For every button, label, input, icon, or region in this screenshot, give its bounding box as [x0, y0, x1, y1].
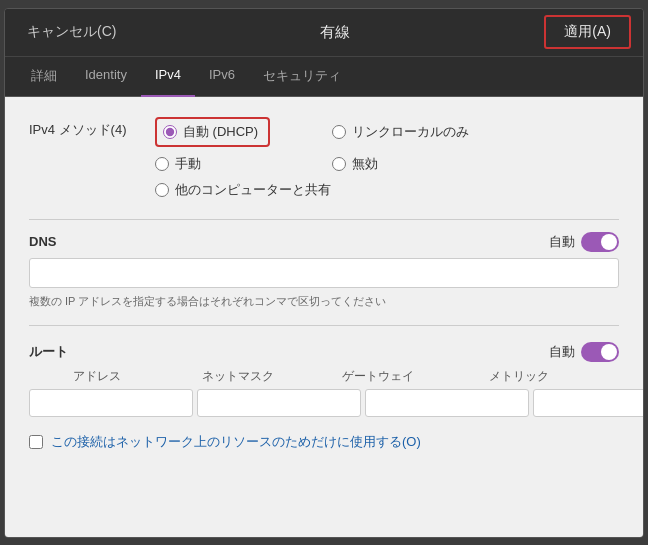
method-option-shared[interactable]: 他のコンピューターと共有 — [155, 181, 469, 199]
route-metric-input[interactable] — [533, 389, 643, 417]
radio-disabled[interactable] — [332, 157, 346, 171]
routes-header-row: ルート 自動 — [29, 342, 619, 362]
dns-title: DNS — [29, 234, 56, 249]
method-link-local-label: リンクローカルのみ — [352, 123, 469, 141]
col-header-netmask: ネットマスク — [170, 368, 307, 385]
content-area: IPv4 メソッド(4) 自動 (DHCP) リンクローカルのみ — [5, 97, 643, 537]
radio-shared[interactable] — [155, 183, 169, 197]
route-row: 🗑 — [29, 389, 619, 417]
titlebar: キャンセル(C) 有線 適用(A) — [5, 9, 643, 57]
route-netmask-input[interactable] — [197, 389, 361, 417]
method-option-link-local[interactable]: リンクローカルのみ — [332, 117, 469, 147]
resource-only-checkbox[interactable] — [29, 435, 43, 449]
route-gateway-input[interactable] — [365, 389, 529, 417]
dns-auto-toggle: 自動 — [549, 232, 619, 252]
ipv4-method-label: IPv4 メソッド(4) — [29, 117, 139, 139]
method-auto-dhcp-label: 自動 (DHCP) — [183, 123, 258, 141]
method-disabled-label: 無効 — [352, 155, 378, 173]
network-settings-window: キャンセル(C) 有線 適用(A) 詳細 Identity IPv4 IPv6 … — [4, 8, 644, 538]
col-header-metric: メトリック — [451, 368, 588, 385]
routes-auto-label: 自動 — [549, 343, 575, 361]
dns-hint: 複数の IP アドレスを指定する場合はそれぞれコンマで区切ってください — [29, 294, 619, 309]
dns-header-row: DNS 自動 — [29, 232, 619, 252]
col-header-address: アドレス — [29, 368, 166, 385]
route-column-headers: アドレス ネットマスク ゲートウェイ メトリック — [29, 368, 619, 385]
routes-toggle-slider — [581, 342, 619, 362]
routes-section: ルート 自動 アドレス ネットマスク ゲートウェイ メトリック — [29, 342, 619, 417]
dns-input[interactable] — [29, 258, 619, 288]
radio-link-local[interactable] — [332, 125, 346, 139]
method-manual-label: 手動 — [175, 155, 201, 173]
method-option-disabled[interactable]: 無効 — [332, 155, 469, 173]
resource-only-label[interactable]: この接続はネットワーク上のリソースのためだけに使用する(O) — [51, 433, 421, 451]
routes-toggle-switch[interactable] — [581, 342, 619, 362]
dns-auto-label: 自動 — [549, 233, 575, 251]
window-title: 有線 — [320, 23, 350, 42]
route-address-input[interactable] — [29, 389, 193, 417]
col-header-gateway: ゲートウェイ — [310, 368, 447, 385]
radio-manual[interactable] — [155, 157, 169, 171]
tab-ipv4[interactable]: IPv4 — [141, 57, 195, 97]
method-option-manual[interactable]: 手動 — [155, 155, 292, 173]
dns-toggle-slider — [581, 232, 619, 252]
method-options-grid: 自動 (DHCP) リンクローカルのみ 手動 無効 — [155, 117, 469, 199]
tab-identity[interactable]: Identity — [71, 57, 141, 97]
method-shared-label: 他のコンピューターと共有 — [175, 181, 331, 199]
routes-title: ルート — [29, 343, 68, 361]
resource-only-row: この接続はネットワーク上のリソースのためだけに使用する(O) — [29, 433, 619, 451]
apply-button[interactable]: 適用(A) — [544, 15, 631, 49]
radio-auto-dhcp[interactable] — [163, 125, 177, 139]
tab-security[interactable]: セキュリティ — [249, 57, 355, 97]
dns-section: DNS 自動 複数の IP アドレスを指定する場合はそれぞれコンマで区切ってくだ… — [29, 232, 619, 309]
routes-auto-toggle: 自動 — [549, 342, 619, 362]
dns-toggle-switch[interactable] — [581, 232, 619, 252]
tab-ipv6[interactable]: IPv6 — [195, 57, 249, 97]
tab-bar: 詳細 Identity IPv4 IPv6 セキュリティ — [5, 57, 643, 97]
cancel-button[interactable]: キャンセル(C) — [17, 17, 126, 47]
method-option-auto-dhcp[interactable]: 自動 (DHCP) — [155, 117, 292, 147]
ipv4-method-section: IPv4 メソッド(4) 自動 (DHCP) リンクローカルのみ — [29, 117, 619, 199]
tab-details[interactable]: 詳細 — [17, 57, 71, 97]
